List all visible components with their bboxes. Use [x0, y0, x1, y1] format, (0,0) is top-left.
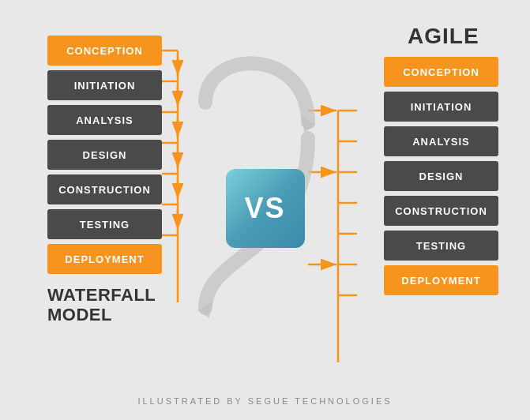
waterfall-step-4: CONSTRUCTION: [47, 174, 162, 204]
footer: ILLUSTRATED BY SEGUE TECHNOLOGIES: [0, 396, 530, 406]
agile-step-5: TESTING: [384, 231, 498, 261]
agile-step-0: CONCEPTION: [384, 57, 498, 87]
agile-step-6: DEPLOYMENT: [384, 265, 498, 295]
waterfall-step-1: INITIATION: [47, 70, 162, 100]
waterfall-step-row: DEPLOYMENT: [47, 244, 162, 274]
main-container: CONCEPTIONINITIATIONANALYSISDESIGNCONSTR…: [0, 0, 530, 420]
waterfall-step-6: DEPLOYMENT: [47, 244, 162, 274]
waterfall-step-row: TESTING: [47, 209, 162, 239]
waterfall-step-row: DESIGN: [47, 140, 162, 170]
waterfall-step-row: ANALYSIS: [47, 105, 162, 135]
waterfall-step-0: CONCEPTION: [47, 36, 162, 66]
agile-title: AGILE: [408, 24, 479, 49]
agile-steps: CONCEPTIONINITIATIONANALYSISDESIGNCONSTR…: [384, 57, 498, 295]
waterfall-step-2: ANALYSIS: [47, 105, 162, 135]
agile-step-2: ANALYSIS: [384, 126, 498, 156]
waterfall-step-row: CONSTRUCTION: [47, 174, 162, 204]
svg-marker-28: [302, 117, 316, 133]
agile-step-3: DESIGN: [384, 161, 498, 191]
waterfall-step-3: DESIGN: [47, 140, 162, 170]
agile-side: AGILE CONCEPTIONINITIATIONANALYSISDESIGN…: [384, 24, 498, 295]
vs-text: VS: [244, 192, 285, 225]
waterfall-step-row: CONCEPTION: [47, 36, 162, 66]
agile-step-4: CONSTRUCTION: [384, 196, 498, 226]
svg-marker-29: [197, 302, 212, 318]
vs-box: VS: [226, 169, 305, 248]
waterfall-label: WATERFALL MODEL: [47, 285, 156, 325]
waterfall-side: CONCEPTIONINITIATIONANALYSISDESIGNCONSTR…: [47, 36, 162, 325]
agile-step-1: INITIATION: [384, 92, 498, 122]
waterfall-step-row: INITIATION: [47, 70, 162, 100]
waterfall-steps: CONCEPTIONINITIATIONANALYSISDESIGNCONSTR…: [47, 36, 162, 274]
waterfall-step-5: TESTING: [47, 209, 162, 239]
